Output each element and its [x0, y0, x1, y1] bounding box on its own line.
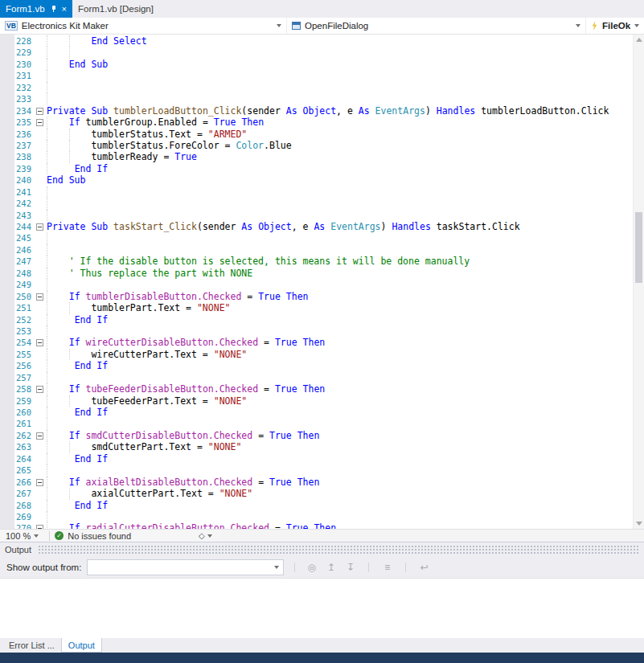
member-dropdown[interactable]: FileOk: [585, 18, 644, 34]
code-token: [47, 522, 69, 529]
zoom-level: 100 %: [6, 531, 31, 541]
scrollbar-thumb[interactable]: [635, 212, 642, 283]
code-token: End If: [75, 453, 109, 465]
fold-margin: [34, 129, 47, 140]
fold-collapse-icon[interactable]: [36, 119, 43, 126]
code-tokens: If axialBeltDisableButton.Checked = True…: [47, 477, 319, 488]
code-token: taskStart.Click: [431, 221, 520, 232]
code-token: Private Sub: [47, 105, 108, 117]
status-bar: [0, 653, 644, 663]
output-toolbar-icons: ◎↥↧≡↩: [306, 562, 430, 573]
fold-collapse-icon[interactable]: [36, 525, 43, 529]
clear-all-icon[interactable]: ≡: [381, 562, 393, 573]
dropdown-arrow-icon: [274, 566, 279, 569]
code-text: End If: [47, 314, 633, 325]
code-token: Then: [241, 117, 264, 128]
code-line: 228 End Select: [14, 35, 633, 47]
code-text: [47, 70, 633, 81]
fold-margin: [34, 383, 47, 395]
go-to-previous-message-icon[interactable]: ↥: [325, 562, 337, 573]
line-number: 232: [14, 82, 34, 93]
class-icon: [292, 22, 301, 30]
code-token: ' If the disable button is selected, thi…: [69, 256, 470, 267]
code-text: wireCutterPart.Text = "NONE": [47, 349, 633, 360]
fold-margin: [34, 337, 47, 348]
output-panel-header[interactable]: Output: [0, 542, 644, 557]
dropdown-arrow-icon: [634, 24, 639, 27]
fold-margin: [34, 511, 47, 522]
go-to-next-message-icon[interactable]: ↧: [344, 562, 356, 573]
code-cleanup-button[interactable]: ◇: [199, 531, 212, 540]
fold-collapse-icon[interactable]: [36, 339, 43, 346]
code-line: 265: [14, 465, 633, 476]
scroll-down-arrow-icon[interactable]: [636, 522, 642, 526]
code-token: Then: [314, 522, 336, 529]
code-token: If: [69, 337, 80, 348]
code-token: Color: [236, 140, 264, 151]
code-tokens: If smdCutterDisableButton.Checked = True…: [47, 430, 319, 441]
indent-guide: [47, 465, 47, 476]
output-content[interactable]: [0, 578, 644, 638]
code-token: If: [69, 291, 80, 302]
code-token: [80, 337, 86, 348]
fold-collapse-icon[interactable]: [36, 108, 43, 115]
fold-collapse-icon[interactable]: [36, 432, 43, 440]
fold-collapse-icon[interactable]: [36, 223, 43, 231]
editor-horizontal-scrollbar[interactable]: [220, 530, 644, 542]
code-tokens: End Select: [47, 35, 147, 47]
fold-margin: [34, 395, 47, 407]
line-number: 262: [14, 430, 34, 441]
code-editor[interactable]: 228 End Select229230 End Sub231232233234…: [0, 35, 644, 529]
line-number: 268: [14, 500, 34, 511]
editor-vertical-scrollbar[interactable]: [633, 35, 644, 529]
fold-collapse-icon[interactable]: [36, 386, 43, 393]
toggle-word-wrap-icon[interactable]: ↩: [418, 562, 430, 573]
pin-icon[interactable]: [51, 6, 57, 13]
scroll-up-arrow-icon[interactable]: [636, 38, 642, 42]
fold-margin: [34, 279, 47, 290]
code-text: [47, 325, 633, 337]
fold-margin: [34, 93, 47, 104]
code-tokens: End If: [47, 314, 108, 325]
code-token: True: [174, 151, 197, 162]
line-number: 241: [14, 186, 34, 198]
close-icon[interactable]: ×: [62, 5, 67, 14]
code-token: radialCutterDisableButton.Checked: [86, 522, 269, 529]
line-number: 253: [14, 325, 34, 337]
code-text: End If: [47, 407, 633, 418]
code-tokens: tumblerStatus.ForeColor = Color.Blue: [47, 140, 292, 151]
tab-form1-vb-design[interactable]: Form1.vb [Design]: [72, 0, 159, 18]
document-health-indicator[interactable]: ✓ No issues found: [55, 531, 131, 541]
project-dropdown[interactable]: VB Electronics Kit Maker: [0, 18, 286, 34]
tab-error-list[interactable]: Error List ...: [2, 638, 61, 653]
code-line: 231: [14, 70, 633, 81]
zoom-control[interactable]: 100 %: [0, 530, 44, 542]
fold-collapse-icon[interactable]: [36, 293, 43, 301]
code-text: Private Sub taskStart_Click(sender As Ob…: [47, 221, 633, 232]
tab-output[interactable]: Output: [61, 638, 102, 653]
find-message-in-code-icon[interactable]: ◎: [306, 562, 318, 573]
code-text: End Sub: [47, 59, 633, 70]
code-line: 230 End Sub: [14, 59, 633, 70]
combo-dropdown-button[interactable]: [270, 560, 283, 575]
fold-margin: [34, 47, 47, 58]
code-tokens: End Sub: [47, 174, 85, 186]
indent-guide: [47, 82, 47, 93]
code-token: Then: [286, 291, 309, 302]
tab-form1-vb[interactable]: Form1.vb ×: [0, 0, 72, 18]
line-number: 256: [14, 360, 34, 371]
code-line: 269: [14, 511, 633, 522]
breakpoint-margin[interactable]: [0, 35, 14, 529]
code-line: 246: [14, 244, 633, 256]
code-line: 254 If wireCutterDisableButton.Checked =…: [14, 337, 633, 348]
code-text: End If: [47, 360, 633, 371]
fold-margin: [34, 256, 47, 267]
fold-margin: [34, 453, 47, 465]
class-dropdown[interactable]: OpenFileDialog: [286, 18, 585, 34]
show-output-from-combo[interactable]: [87, 559, 284, 575]
code-text: Private Sub tumblerLoadButton_Click(send…: [47, 105, 633, 117]
code-token: =: [252, 477, 269, 488]
fold-collapse-icon[interactable]: [36, 479, 43, 486]
code-token: If: [69, 522, 80, 529]
code-token: True: [258, 291, 281, 302]
